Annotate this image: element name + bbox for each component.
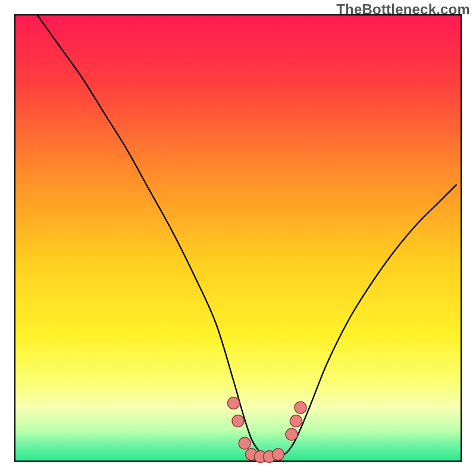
- data-marker: [286, 428, 298, 440]
- data-marker: [232, 415, 244, 427]
- data-marker: [228, 397, 240, 409]
- bottleneck-curve-chart: [0, 0, 476, 476]
- data-marker: [295, 402, 306, 414]
- data-marker: [239, 437, 250, 449]
- attribution-watermark: TheBottleneck.com: [336, 1, 470, 18]
- data-marker: [290, 415, 302, 427]
- data-marker: [273, 449, 284, 461]
- chart-container: { "attribution": "TheBottleneck.com", "c…: [0, 0, 476, 476]
